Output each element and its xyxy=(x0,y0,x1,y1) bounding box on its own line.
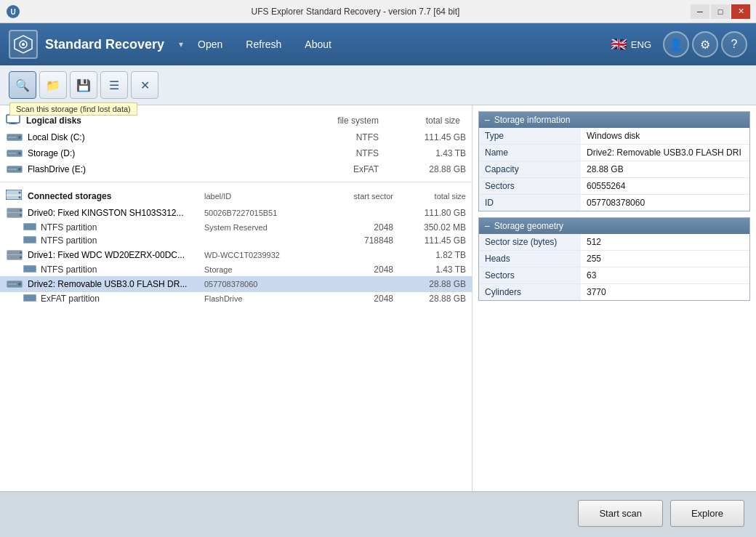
recovery-icon: 📁 xyxy=(46,78,60,92)
menu-bar: Standard Recovery ▾ Open Refresh About 🇬… xyxy=(0,23,756,65)
maximize-button[interactable]: □ xyxy=(711,4,730,19)
d1p1-start: 2048 xyxy=(335,265,408,275)
list-button[interactable]: ☰ xyxy=(100,71,128,99)
help-button[interactable]: ? xyxy=(721,31,747,57)
info-val-sectors-geo: 63 xyxy=(581,267,749,283)
partition1-start: 2048 xyxy=(335,222,408,233)
drive2-row[interactable]: Drive2: Removable USB3.0 FLASH DR... 057… xyxy=(0,276,472,292)
minimize-button[interactable]: ─ xyxy=(691,4,709,19)
connected-storages-header: Connected storages label/ID start sector… xyxy=(0,187,472,205)
menu-open[interactable]: Open xyxy=(186,34,234,54)
col-size-header: total size xyxy=(408,116,466,126)
gear-icon: ⚙ xyxy=(700,38,710,52)
svg-rect-33 xyxy=(24,237,36,243)
help-icon: ? xyxy=(731,38,738,51)
partition-icon xyxy=(23,222,36,233)
info-key-capacity: Capacity xyxy=(479,161,581,177)
drive0-partition2[interactable]: NTFS partition 718848 111.45 GB xyxy=(0,234,472,247)
drive1-label: Drive1: Fixed WDC WD20EZRX-00DC... xyxy=(28,250,204,260)
drive2-partition1[interactable]: ExFAT partition FlashDrive 2048 28.88 GB xyxy=(0,292,472,305)
partition2-start: 718848 xyxy=(335,235,408,246)
logical-disk-d[interactable]: Storage (D:) NTFS 1.43 TB xyxy=(0,145,472,161)
left-panel: Logical disks file system total size Loc… xyxy=(0,105,472,491)
col-start-header: start sector xyxy=(335,192,408,201)
user-button[interactable]: 👤 xyxy=(663,31,689,57)
svg-text:U: U xyxy=(10,8,15,16)
language-selector[interactable]: 🇬🇧 ENG xyxy=(611,36,651,52)
svg-point-37 xyxy=(20,251,22,254)
logical-disk-e[interactable]: FlashDrive (E:) ExFAT 28.88 GB xyxy=(0,161,472,177)
explore-button[interactable]: Explore xyxy=(670,500,744,527)
disk-image-button[interactable]: 💾 xyxy=(70,71,97,99)
close-panel-button[interactable]: ✕ xyxy=(131,71,158,99)
info-key-cylinders: Cylinders xyxy=(479,284,581,300)
info-val-sectors: 60555264 xyxy=(581,178,749,194)
drive0-size: 111.80 GB xyxy=(408,208,466,218)
svg-point-18 xyxy=(18,168,21,171)
hdd-icon-c xyxy=(6,132,23,143)
info-row-type: Type Windows disk xyxy=(479,128,749,145)
partition2-size: 111.45 GB xyxy=(408,235,466,246)
menu-about[interactable]: About xyxy=(293,34,343,54)
start-scan-button[interactable]: Start scan xyxy=(578,500,663,527)
disk-e-fs: ExFAT xyxy=(321,164,408,174)
col-label-header: label/ID xyxy=(204,192,335,201)
storage-info-header: – Storage information xyxy=(479,112,749,128)
info-row-sectors-geo: Sectors 63 xyxy=(479,267,749,284)
partition-icon xyxy=(23,294,36,304)
scan-button[interactable]: 🔍 Scan this storage (find lost data) xyxy=(9,71,36,99)
monitor-icon-svg xyxy=(6,114,20,124)
settings-button[interactable]: ⚙ xyxy=(692,31,718,57)
partition-icon xyxy=(23,265,36,275)
window-controls: ─ □ ✕ xyxy=(691,4,750,19)
window-title: UFS Explorer Standard Recovery - version… xyxy=(20,7,691,17)
drive1-id: WD-WCC1T0239932 xyxy=(204,251,335,259)
partition2-label: NTFS partition xyxy=(41,235,204,246)
svg-point-10 xyxy=(18,136,21,139)
toggle-storage-info[interactable]: – xyxy=(485,115,490,125)
drive0-partition1[interactable]: NTFS partition System Reserved 2048 350.… xyxy=(0,221,472,234)
svg-rect-5 xyxy=(7,115,20,123)
logical-disks-icon xyxy=(6,114,20,126)
svg-point-43 xyxy=(18,283,21,286)
storage-geometry-title: Storage geometry xyxy=(494,221,563,231)
svg-rect-46 xyxy=(24,295,36,301)
logical-disks-header: Logical disks file system total size xyxy=(0,111,472,129)
svg-rect-40 xyxy=(24,266,36,272)
info-val-type: Windows disk xyxy=(581,128,749,144)
info-row-sectors: Sectors 60555264 xyxy=(479,178,749,195)
storage-geometry-header: – Storage geometry xyxy=(479,218,749,234)
disk-c-fs: NTFS xyxy=(321,132,408,142)
drive1-row[interactable]: Drive1: Fixed WDC WD20EZRX-00DC... WD-WC… xyxy=(0,247,472,263)
logo-icon xyxy=(13,34,33,54)
bottom-bar: Start scan Explore xyxy=(0,491,756,535)
svg-point-24 xyxy=(19,196,21,198)
logical-disk-c[interactable]: Local Disk (C:) NTFS 111.45 GB xyxy=(0,129,472,145)
flag-icon: 🇬🇧 xyxy=(611,36,627,52)
svg-point-38 xyxy=(20,257,22,259)
drive1-size: 1.82 TB xyxy=(408,250,466,260)
list-icon: ☰ xyxy=(109,78,119,92)
info-key-name: Name xyxy=(479,145,581,161)
close-button[interactable]: ✕ xyxy=(731,4,750,19)
drive0-row[interactable]: Drive0: Fixed KINGSTON SH103S312... 5002… xyxy=(0,205,472,221)
partition1-label: NTFS partition xyxy=(41,222,204,233)
file-recovery-button[interactable]: 📁 xyxy=(39,71,67,99)
app-icon: U xyxy=(6,4,20,19)
svg-point-23 xyxy=(19,192,21,194)
svg-rect-11 xyxy=(8,137,17,138)
info-key-sectors: Sectors xyxy=(479,178,581,194)
drive1-partition1[interactable]: NTFS partition Storage 2048 1.43 TB xyxy=(0,263,472,276)
disk-e-label: FlashDrive (E:) xyxy=(28,164,321,174)
toggle-storage-geometry[interactable]: – xyxy=(485,221,490,231)
close-icon: ✕ xyxy=(140,78,150,92)
storage-info-section: – Storage information Type Windows disk … xyxy=(478,111,750,211)
disk-e-size: 28.88 GB xyxy=(408,164,466,174)
menu-refresh[interactable]: Refresh xyxy=(234,34,293,54)
col-total-header: total size xyxy=(408,192,466,201)
partition-icon xyxy=(23,235,36,246)
info-key-type: Type xyxy=(479,128,581,144)
info-val-sector-size: 512 xyxy=(581,234,749,250)
disk-c-size: 111.45 GB xyxy=(408,132,466,142)
drive0-icon xyxy=(6,207,23,219)
